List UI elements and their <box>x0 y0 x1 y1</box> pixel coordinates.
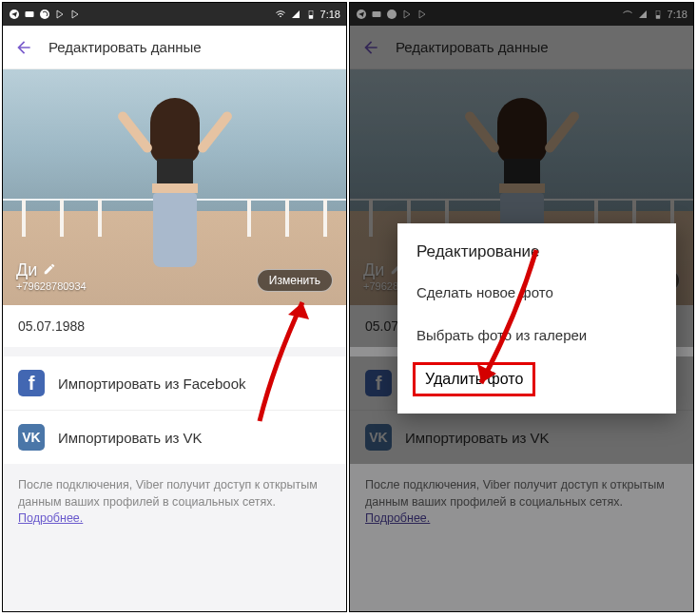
dialog-title: Редактирование <box>397 227 676 271</box>
import-facebook-label: Импортировать из Facebook <box>58 375 245 392</box>
phone-left: 7:18 Редактировать данные Ди <box>2 2 347 612</box>
profile-photo[interactable]: Ди +79628780934 Изменить <box>3 69 346 305</box>
clock-text: 7:18 <box>320 9 340 20</box>
dialog-delete-photo-highlight: Удалить фото <box>413 362 535 396</box>
svg-rect-1 <box>26 11 34 17</box>
svg-rect-4 <box>309 15 313 19</box>
play-icon <box>69 9 81 20</box>
profile-name: Ди <box>16 260 37 280</box>
appbar: Редактировать данные <box>3 26 346 69</box>
dialog-choose-gallery[interactable]: Выбрать фото из галереи <box>397 314 676 356</box>
change-photo-button[interactable]: Изменить <box>257 269 333 292</box>
profile-phone: +79628780934 <box>16 280 87 292</box>
footer-note: После подключения, Viber получит доступ … <box>3 464 346 541</box>
dob-row[interactable]: 05.07.1988 <box>3 305 346 347</box>
dialog-take-photo[interactable]: Сделать новое фото <box>397 271 676 314</box>
dob-value: 05.07.1988 <box>18 318 85 334</box>
signal-icon <box>290 9 301 20</box>
facebook-icon: f <box>18 370 45 396</box>
phone-right: 7:18 Редактировать данные Ди +79628780 <box>349 2 694 612</box>
play-icon <box>54 9 66 20</box>
import-vk-row[interactable]: VK Импортировать из VK <box>3 411 346 464</box>
footer-text: После подключения, Viber получит доступ … <box>18 478 318 509</box>
appbar-title: Редактировать данные <box>48 39 202 55</box>
import-facebook-row[interactable]: f Импортировать из Facebook <box>3 356 346 411</box>
import-vk-label: Импортировать из VK <box>58 430 203 446</box>
footer-link[interactable]: Подробнее. <box>18 511 83 525</box>
edit-name-icon[interactable] <box>43 260 56 280</box>
telegram-icon <box>9 9 20 20</box>
dialog-delete-photo[interactable]: Удалить фото <box>425 371 523 387</box>
vk-icon: VK <box>18 424 45 451</box>
edit-photo-dialog: Редактирование Сделать новое фото Выбрат… <box>397 223 676 414</box>
statusbar: 7:18 <box>3 3 346 26</box>
viber-icon <box>39 9 50 20</box>
back-icon[interactable] <box>14 38 33 57</box>
card-icon <box>24 9 35 20</box>
battery-icon <box>305 9 317 20</box>
wifi-icon <box>275 9 286 20</box>
